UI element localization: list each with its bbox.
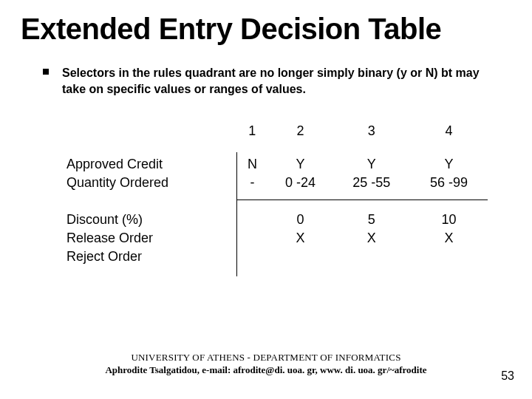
col-header: 2 bbox=[267, 119, 332, 152]
bullet-text: Selectors in the rules quadrant are no l… bbox=[62, 65, 488, 97]
cell: X bbox=[410, 229, 488, 248]
cell bbox=[267, 248, 332, 266]
footer-line-1: UNIVERSITY OF ATHENS - DEPARTMENT OF INF… bbox=[0, 351, 532, 364]
cell: 10 bbox=[410, 203, 488, 229]
row-label: Quantity Ordered bbox=[66, 174, 236, 200]
slide-title: Extended Entry Decision Table bbox=[0, 0, 532, 44]
bullet-item: Selectors in the rules quadrant are no l… bbox=[0, 44, 532, 97]
cell bbox=[236, 229, 267, 248]
cell: 25 -55 bbox=[332, 174, 410, 200]
cell: Y bbox=[410, 152, 488, 174]
cell: X bbox=[267, 229, 332, 248]
row-label: Discount (%) bbox=[66, 203, 236, 229]
table-header-row: 1 2 3 4 bbox=[66, 119, 488, 152]
col-header: 4 bbox=[410, 119, 488, 152]
table-row: Quantity Ordered - 0 -24 25 -55 56 -99 bbox=[66, 174, 488, 200]
table-row: Approved Credit N Y Y Y bbox=[66, 152, 488, 174]
cell bbox=[332, 248, 410, 266]
table-row: Reject Order bbox=[66, 248, 488, 266]
col-header: 3 bbox=[332, 119, 410, 152]
row-label: Reject Order bbox=[66, 248, 236, 266]
cell bbox=[410, 248, 488, 266]
cell: 0 -24 bbox=[267, 174, 332, 200]
cell: - bbox=[236, 174, 267, 200]
row-label: Release Order bbox=[66, 229, 236, 248]
cell: 5 bbox=[332, 203, 410, 229]
footer-line-2: Aphrodite Tsalgatidou, e-mail: afrodite@… bbox=[0, 364, 532, 377]
decision-table: 1 2 3 4 Approved Credit N Y Y Y Quantity… bbox=[0, 97, 532, 276]
cell bbox=[236, 203, 267, 229]
cell: X bbox=[332, 229, 410, 248]
cell: 56 -99 bbox=[410, 174, 488, 200]
cell bbox=[236, 248, 267, 266]
cell: Y bbox=[267, 152, 332, 174]
col-header: 1 bbox=[236, 119, 267, 152]
cell: N bbox=[236, 152, 267, 174]
table-row: Discount (%) 0 5 10 bbox=[66, 203, 488, 229]
cell: 0 bbox=[267, 203, 332, 229]
square-bullet-icon bbox=[43, 69, 49, 75]
page-number: 53 bbox=[501, 369, 514, 383]
row-label: Approved Credit bbox=[66, 152, 236, 174]
table-row bbox=[66, 266, 488, 276]
footer: UNIVERSITY OF ATHENS - DEPARTMENT OF INF… bbox=[0, 351, 532, 377]
cell: Y bbox=[332, 152, 410, 174]
table-row: Release Order X X X bbox=[66, 229, 488, 248]
